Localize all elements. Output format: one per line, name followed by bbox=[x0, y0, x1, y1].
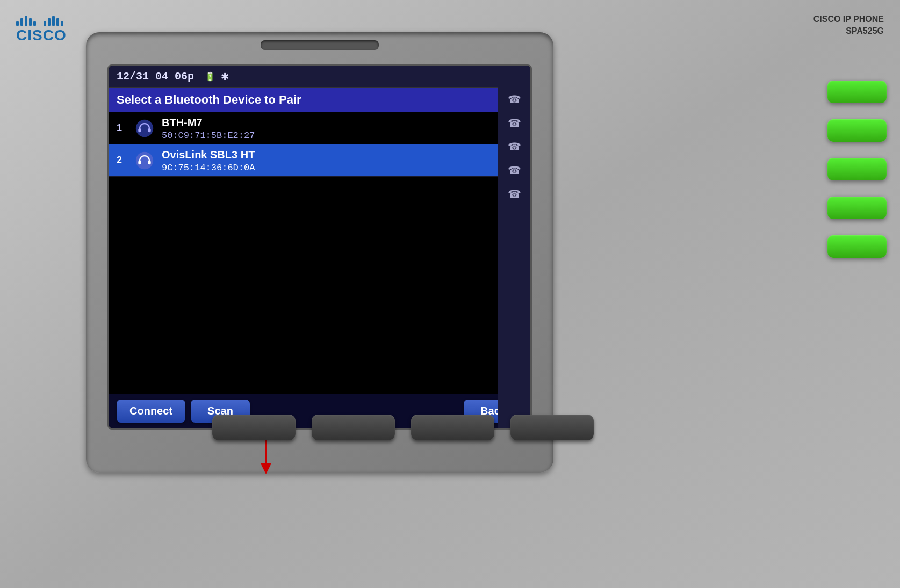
physical-button-1[interactable] bbox=[212, 415, 296, 440]
bar9 bbox=[56, 18, 59, 26]
bar3 bbox=[25, 16, 27, 26]
physical-button-4[interactable] bbox=[510, 415, 594, 440]
headset-icon-2 bbox=[134, 150, 155, 171]
device-2-mac: 9C:75:14:36:6D:0A bbox=[162, 163, 523, 173]
device-list-area: 1 BTH-M7 bbox=[109, 112, 530, 394]
line-button-3[interactable] bbox=[827, 158, 887, 180]
cisco-bars bbox=[16, 16, 67, 26]
side-phone-icon-2[interactable]: ☎ bbox=[508, 117, 521, 129]
physical-button-3[interactable] bbox=[411, 415, 494, 440]
side-phone-icon-3[interactable]: ☎ bbox=[508, 140, 521, 153]
right-line-buttons bbox=[827, 81, 887, 258]
bar5 bbox=[33, 21, 36, 26]
screen-time: 12/31 04 06p bbox=[117, 70, 194, 83]
screen-title: Select a Bluetooth Device to Pair bbox=[117, 93, 301, 107]
bar4 bbox=[29, 18, 32, 26]
empty-screen-area bbox=[109, 177, 530, 300]
side-phone-icon-4[interactable]: ☎ bbox=[508, 164, 521, 177]
line-button-2[interactable] bbox=[827, 119, 887, 142]
line-button-4[interactable] bbox=[827, 197, 887, 219]
svg-rect-4 bbox=[138, 161, 141, 164]
physical-buttons-row bbox=[175, 415, 631, 440]
cisco-logo: CISCO bbox=[16, 16, 67, 44]
bar2 bbox=[20, 18, 23, 26]
bar1 bbox=[16, 21, 19, 26]
bluetooth-icon: ✱ bbox=[221, 71, 229, 83]
speaker-slot bbox=[261, 40, 379, 50]
device-2-info: OvisLink SBL3 HT 9C:75:14:36:6D:0A bbox=[162, 148, 523, 173]
cisco-model-label: CISCO IP PHONE SPA525G bbox=[813, 13, 884, 38]
cisco-brand-name: CISCO bbox=[16, 27, 67, 43]
screen-icons: 🔋 ✱ bbox=[205, 71, 229, 83]
title-bar: Select a Bluetooth Device to Pair ☎ bbox=[109, 88, 530, 112]
line-button-5[interactable] bbox=[827, 235, 887, 258]
svg-rect-1 bbox=[138, 128, 141, 132]
line-button-1[interactable] bbox=[827, 81, 887, 103]
bar6 bbox=[44, 21, 46, 26]
lcd-screen: 12/31 04 06p 🔋 ✱ Select a Bluetooth Devi… bbox=[107, 64, 532, 430]
device-1-info: BTH-M7 50:C9:71:5B:E2:27 bbox=[162, 115, 523, 141]
device-1-number: 1 bbox=[117, 122, 127, 134]
svg-point-3 bbox=[136, 151, 153, 169]
headset-icon-1 bbox=[134, 118, 155, 139]
device-2-name: OvisLink SBL3 HT bbox=[162, 148, 523, 162]
bar7 bbox=[48, 18, 51, 26]
svg-marker-7 bbox=[261, 463, 271, 474]
side-phone-icon-5[interactable]: ☎ bbox=[508, 187, 521, 200]
screen-side-icons: ☎ ☎ ☎ ☎ ☎ bbox=[498, 112, 530, 394]
svg-rect-5 bbox=[148, 161, 150, 164]
signal-icon: 🔋 bbox=[205, 71, 215, 82]
model-line2: SPA525G bbox=[813, 25, 884, 37]
svg-point-0 bbox=[136, 119, 153, 136]
screen-header: 12/31 04 06p 🔋 ✱ bbox=[109, 66, 530, 88]
bar10 bbox=[61, 21, 63, 26]
device-1-mac: 50:C9:71:5B:E2:27 bbox=[162, 130, 523, 141]
device-row-1[interactable]: 1 BTH-M7 bbox=[109, 112, 530, 144]
model-line1: CISCO IP PHONE bbox=[813, 13, 884, 25]
device-1-name: BTH-M7 bbox=[162, 115, 523, 129]
bar8 bbox=[52, 16, 55, 26]
device-list-section: 1 BTH-M7 bbox=[109, 112, 530, 394]
svg-rect-2 bbox=[148, 128, 150, 132]
device-row-2[interactable]: 2 OvisLin bbox=[109, 144, 530, 177]
screen-bezel: 12/31 04 06p 🔋 ✱ Select a Bluetooth Devi… bbox=[86, 32, 553, 473]
phone-body: CISCO CISCO IP PHONE SPA525G 12/31 04 06… bbox=[0, 0, 900, 588]
physical-button-2[interactable] bbox=[312, 415, 395, 440]
device-2-number: 2 bbox=[117, 155, 127, 166]
